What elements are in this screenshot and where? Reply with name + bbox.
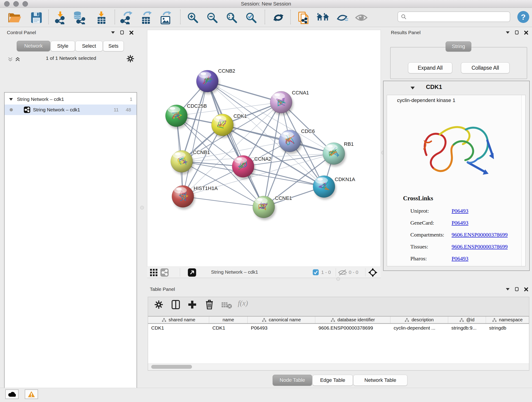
panel-menu-icon[interactable] <box>111 32 115 34</box>
crosslink-link[interactable]: P06493 <box>452 220 468 226</box>
add-column-icon[interactable] <box>187 300 197 310</box>
main-toolbar: ? <box>0 8 532 27</box>
network-view-share-icon[interactable] <box>160 268 169 278</box>
crosslink-link[interactable]: 9606.ENSP00000378699 <box>452 244 508 250</box>
network-collection-row[interactable]: String Network – cdk1 1 <box>5 94 137 104</box>
network-options-gear-icon[interactable] <box>127 55 134 64</box>
panel-close-icon[interactable] <box>129 31 133 35</box>
crosslink-label: Compartments: <box>410 232 444 238</box>
save-session-icon[interactable] <box>30 11 43 24</box>
warnings-button[interactable] <box>25 389 38 399</box>
scrollbar-thumb[interactable] <box>151 365 192 369</box>
tab-node-table[interactable]: Node Table <box>273 375 312 386</box>
panel-close-icon[interactable] <box>524 31 528 35</box>
help-button[interactable]: ? <box>517 11 529 23</box>
grid-view-icon[interactable] <box>150 269 158 277</box>
network-type-icon <box>24 107 30 113</box>
open-session-icon[interactable] <box>8 11 22 24</box>
table-row[interactable]: CDK1CDK1P064939606.ENSP00000378699cyclin… <box>148 324 529 332</box>
crosslink-link[interactable]: 9606.ENSP00000378699 <box>452 232 508 238</box>
flat-eye-icon[interactable] <box>355 11 368 24</box>
string-import-icon[interactable] <box>298 11 311 24</box>
network-label: String Network – cdk1 <box>33 107 80 113</box>
tab-network[interactable]: Network <box>17 41 50 51</box>
expand-all-networks-icon[interactable] <box>15 57 20 63</box>
search-input[interactable] <box>407 13 510 20</box>
expand-all-button[interactable]: Expand All <box>408 62 452 73</box>
panel-menu-icon[interactable] <box>506 32 510 34</box>
column-header-shared-name[interactable]: shared name <box>148 317 209 323</box>
search-field[interactable] <box>398 12 510 22</box>
tab-string[interactable]: String <box>446 41 471 51</box>
tab-edge-table[interactable]: Edge Table <box>312 375 353 386</box>
import-network-from-file-icon[interactable] <box>54 11 67 24</box>
zoom-selected-icon[interactable] <box>244 11 258 24</box>
network-list: String Network – cdk1 1 String Network –… <box>4 92 137 402</box>
column-header-database-identifier[interactable]: database identifier <box>315 317 390 323</box>
string-node-card: CDK1 cyclin-dependent kinase 1 CrossLink… <box>383 81 530 271</box>
panel-menu-icon[interactable] <box>506 288 510 290</box>
automation-status-button[interactable] <box>5 389 19 399</box>
collapse-all-networks-icon[interactable] <box>8 57 13 63</box>
node-label-CDC6: CDC6 <box>301 128 315 134</box>
network-edge[interactable] <box>183 81 207 196</box>
network-graph[interactable]: CCNB2CCNA1CDC25BCDK1CDC6RB1CCNB1CCNA2CDK… <box>147 30 380 267</box>
network-edge[interactable] <box>243 166 324 186</box>
tab-sets[interactable]: Sets <box>103 41 124 51</box>
function-builder-icon[interactable]: f(x) <box>238 299 248 307</box>
network-view-title: String Network – cdk1 <box>211 269 258 275</box>
protein-structure-image <box>417 108 499 190</box>
glass-ball-effect-eye-icon[interactable] <box>336 11 349 24</box>
crosslink-link[interactable]: P06493 <box>452 208 468 214</box>
zoom-out-icon[interactable] <box>206 11 219 24</box>
hidden-eye-icon[interactable] <box>338 269 347 277</box>
zoom-fit-content-icon[interactable] <box>225 11 238 24</box>
collapse-all-button[interactable]: Collapse All <box>461 62 510 73</box>
table-gear-icon[interactable] <box>154 300 163 310</box>
show-columns-icon[interactable] <box>171 300 181 310</box>
panel-float-icon[interactable] <box>515 287 519 291</box>
collection-expander-icon[interactable] <box>9 98 13 101</box>
selected-checkbox-icon[interactable] <box>313 269 319 276</box>
export-image-icon[interactable] <box>159 11 172 24</box>
string-home-icon[interactable] <box>316 11 329 24</box>
delete-column-icon[interactable] <box>205 299 214 311</box>
node-label-CDC25B: CDC25B <box>187 103 207 109</box>
crosslink-link[interactable]: P06493 <box>452 255 468 262</box>
node-name: CDK1 <box>426 83 442 90</box>
node-card-expander-icon[interactable] <box>411 87 415 89</box>
table-horizontal-scrollbar[interactable] <box>148 364 529 370</box>
delete-table-icon[interactable] <box>221 302 232 310</box>
column-header-name[interactable]: name <box>209 317 248 323</box>
column-header-description[interactable]: description <box>390 317 448 323</box>
export-network-icon[interactable] <box>120 11 133 24</box>
splitter-handle[interactable] <box>336 277 340 281</box>
panel-close-icon[interactable] <box>524 287 528 291</box>
column-header-canonical-name[interactable]: canonical name <box>248 317 315 323</box>
crosslink-label: Uniprot: <box>410 208 429 214</box>
results-panel-chrome <box>506 31 528 35</box>
column-header-namespace[interactable]: namespace <box>486 317 529 323</box>
node-details: cyclin-dependent kinase 1 CrossLinks Uni… <box>387 95 526 266</box>
results-scrollbar[interactable] <box>521 95 525 266</box>
refresh-icon[interactable] <box>272 11 285 24</box>
column-header--id[interactable]: @id <box>448 317 486 323</box>
network-row[interactable]: String Network – cdk1 11 48 <box>5 104 137 115</box>
network-edge[interactable] <box>222 125 334 153</box>
tab-select[interactable]: Select <box>75 41 103 51</box>
panel-float-icon[interactable] <box>515 31 519 35</box>
fit-selected-crosshair-icon[interactable] <box>368 268 378 278</box>
splitter-handle[interactable] <box>140 206 144 210</box>
export-table-icon[interactable] <box>140 11 153 24</box>
detach-view-icon[interactable] <box>188 268 196 278</box>
import-network-from-database-icon[interactable] <box>73 11 86 24</box>
tab-network-table[interactable]: Network Table <box>353 375 407 386</box>
network-canvas[interactable]: CCNB2CCNA1CDC25BCDK1CDC6RB1CCNB1CCNA2CDK… <box>147 30 381 267</box>
import-table-from-file-icon[interactable] <box>95 11 108 24</box>
zoom-in-icon[interactable] <box>186 11 199 24</box>
panel-float-icon[interactable] <box>120 31 124 35</box>
node-label-RB1: RB1 <box>344 141 354 147</box>
help-icon: ? <box>521 13 526 22</box>
tab-style[interactable]: Style <box>51 41 75 51</box>
control-panel-title: Control Panel <box>7 30 36 35</box>
